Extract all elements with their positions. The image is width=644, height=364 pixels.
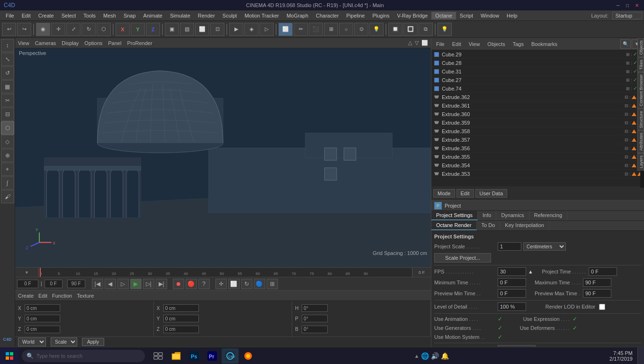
vtab-objects[interactable]: Objects	[637, 38, 644, 57]
pos-x-field[interactable]	[25, 304, 60, 312]
toolbar-undo[interactable]: ↩	[2, 23, 16, 36]
start-frame-field[interactable]	[45, 280, 63, 288]
tab-project-settings[interactable]: Project Settings	[431, 211, 478, 220]
mat-function[interactable]: Function	[52, 293, 72, 299]
transport-record[interactable]: ⏺	[173, 279, 184, 289]
transport-help[interactable]: ?	[198, 279, 210, 289]
toolbar-move[interactable]: ✛	[51, 23, 65, 36]
obj-row-ext357[interactable]: Extrude.357 ⊟ :	[431, 136, 644, 144]
transport-play-btn[interactable]: ▶	[130, 279, 142, 289]
scale-dropdown[interactable]: Scale	[51, 337, 77, 346]
tool-move[interactable]: ↕	[1, 39, 14, 52]
menu-vray[interactable]: V-Ray Bridge	[394, 12, 432, 19]
obj-row-ext361[interactable]: Extrude.361 ⊟ :	[431, 101, 644, 110]
toolbar-polymode[interactable]: ▧	[180, 23, 194, 36]
tool-knife[interactable]: ✂	[1, 94, 14, 107]
tab-octane-render[interactable]: Octane Render	[431, 221, 477, 230]
toolbar-redo[interactable]: ↪	[17, 23, 31, 36]
project-time-field[interactable]	[589, 267, 617, 276]
obj-row-cube28[interactable]: Cube.28 ⊞ : ✓	[431, 59, 644, 67]
playhead[interactable]	[40, 268, 41, 277]
taskbar-file-explorer[interactable]	[168, 348, 185, 364]
viewport-zoom-out[interactable]: ▽	[415, 40, 419, 46]
menu-mesh[interactable]: Mesh	[99, 12, 120, 19]
render-lod-checkbox[interactable]	[599, 304, 605, 310]
toolbar-null[interactable]: ⊙	[354, 23, 368, 36]
lod-field[interactable]	[498, 302, 526, 311]
transport-key-edit[interactable]: ↻	[241, 279, 252, 289]
toolbar-timeline[interactable]: ▶	[229, 23, 243, 36]
obj-row-cube29[interactable]: Cube.29 ⊞ : ✓	[431, 50, 644, 59]
obj-row-ext356[interactable]: Extrude.356 ⊟ :	[431, 144, 644, 153]
taskbar-browser[interactable]	[240, 348, 257, 364]
toolbar-renderq[interactable]: ⧉	[419, 23, 433, 36]
tab-dynamics[interactable]: Dynamics	[496, 211, 529, 220]
rot-h-field[interactable]	[302, 304, 328, 312]
toolbar-axis-z[interactable]: Z	[146, 23, 160, 36]
timeline-ruler[interactable]: 0 5 10 15 20 25 30 35 40 45 50 55 60 65	[39, 268, 412, 277]
toolbar-axis-y[interactable]: Y	[131, 23, 145, 36]
viewport-options[interactable]: Options	[84, 40, 102, 46]
obj-row-ext354[interactable]: Extrude.354 ⊟ :	[431, 161, 644, 170]
tool-weld[interactable]: ⊕	[1, 149, 14, 162]
obj-row-ext360[interactable]: Extrude.360 ⊟ :	[431, 110, 644, 118]
toolbar-play[interactable]: ▷	[259, 23, 274, 36]
taskbar-premiere[interactable]: Pr	[204, 348, 221, 364]
menu-character[interactable]: Character	[312, 12, 342, 19]
obj-row-ext359[interactable]: Extrude.359 ⊟ :	[431, 118, 644, 127]
menu-mograph[interactable]: MoGraph	[283, 12, 312, 19]
toolbar-render[interactable]: 🔲	[388, 23, 402, 36]
fps-stepper-up[interactable]: ▲	[528, 269, 537, 274]
max-time-field[interactable]	[583, 278, 611, 287]
project-scale-field[interactable]	[498, 242, 521, 251]
taskbar-clock[interactable]: 7:45 PM 2/17/2019	[605, 350, 637, 362]
viewport-maximize[interactable]: ⬜	[421, 40, 428, 46]
transport-to-end[interactable]: ▶|	[156, 279, 167, 289]
pos-z-field[interactable]	[25, 326, 60, 333]
menu-pipeline[interactable]: Pipeline	[342, 12, 368, 19]
menu-motiontracker[interactable]: Motion Tracker	[241, 12, 283, 19]
toolbar-axis-x[interactable]: X	[116, 23, 130, 36]
toolbar-subdivide[interactable]: ⊞	[324, 23, 338, 36]
obj-objects-menu[interactable]: Objects	[484, 41, 508, 47]
viewport-view[interactable]: View	[18, 40, 29, 46]
tool-rotate2[interactable]: ↺	[1, 66, 14, 80]
vtab-structure[interactable]: Structure	[637, 109, 644, 131]
transport-step-back[interactable]: ◀	[105, 279, 116, 289]
menu-script[interactable]: Script	[456, 12, 477, 19]
preview-min-time-field[interactable]	[498, 289, 526, 298]
toolbar-rotate[interactable]: ↻	[81, 23, 96, 36]
obj-search[interactable]: 🔍	[620, 39, 631, 49]
obj-edit-menu[interactable]: Edit	[449, 41, 464, 47]
transport-next-frame[interactable]: ▷|	[143, 279, 154, 289]
obj-tags-menu[interactable]: Tags	[510, 41, 527, 47]
menu-render[interactable]: Render	[194, 12, 219, 19]
mat-create[interactable]: Create	[18, 293, 34, 299]
toolbar-edgemode[interactable]: ⬜	[195, 23, 209, 36]
obj-view-menu[interactable]: View	[466, 41, 483, 47]
maximize-button[interactable]: □	[624, 2, 631, 9]
mode-edit-btn[interactable]: Edit	[456, 189, 474, 198]
layout-dropdown[interactable]: Startup	[612, 12, 642, 19]
menu-sculpt[interactable]: Sculpt	[219, 12, 241, 19]
vtab-content-browser[interactable]: Content Browser	[637, 72, 644, 109]
obj-file[interactable]: File	[433, 41, 447, 47]
project-scale-unit[interactable]: Centimeters Meters Inches	[523, 242, 566, 251]
taskbar-photoshop[interactable]: Ps	[186, 348, 203, 364]
toolbar-bulb[interactable]: 💡	[438, 23, 452, 36]
transport-timeline-open[interactable]: 🔵	[254, 279, 265, 289]
tab-key-interpolation[interactable]: Key Interpolation	[500, 221, 549, 230]
viewport-panel-menu[interactable]: Panel	[108, 40, 121, 46]
tab-todo[interactable]: To Do	[477, 221, 501, 230]
transport-autokey[interactable]: 🔴	[186, 279, 197, 289]
menu-select[interactable]: Select	[58, 12, 80, 19]
toolbar-interactive-render[interactable]: 🔳	[403, 23, 418, 36]
scale-project-button[interactable]: Scale Project...	[434, 253, 491, 263]
obj-row-cube31[interactable]: Cube.31 ⊞ : ✓	[431, 67, 644, 76]
close-button[interactable]: ✕	[634, 2, 640, 9]
viewport-canvas[interactable]: X Y Z Perspective Grid Spacing : 1000 cm	[15, 48, 431, 267]
vtab-attributes[interactable]: Attributes	[637, 130, 644, 153]
tool-magnet[interactable]: ⌖	[1, 163, 14, 176]
menu-edit[interactable]: Edit	[18, 12, 35, 19]
obj-row-ext355[interactable]: Extrude.355 ⊟ :	[431, 153, 644, 161]
